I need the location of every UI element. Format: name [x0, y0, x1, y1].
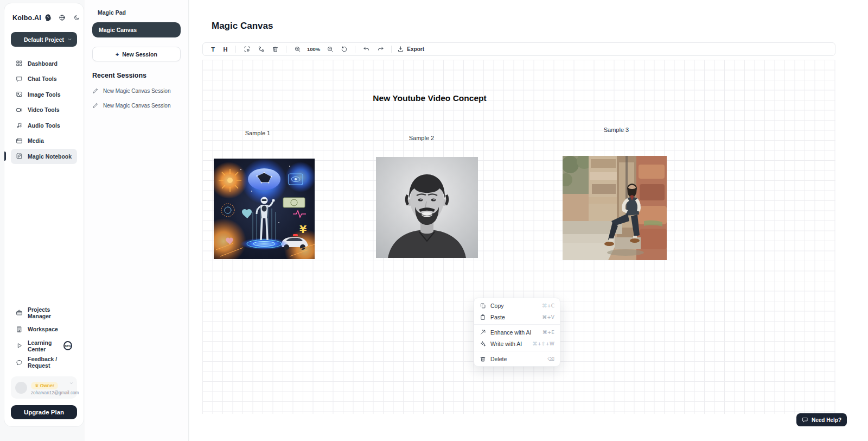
- toolbar-divider: [355, 46, 355, 53]
- reset-view-button[interactable]: [339, 44, 349, 55]
- menu-item-label: Paste: [490, 314, 505, 320]
- menu-shortcut: ⌘+V: [542, 314, 554, 320]
- sample-3-image-man-on-ruins[interactable]: [563, 156, 667, 260]
- recent-sessions-heading: Recent Sessions: [92, 72, 181, 79]
- main-area: Magic Canvas T H 100% Export New Youtube…: [189, 0, 868, 441]
- menu-item-label: Write with AI: [490, 341, 522, 347]
- panel-item-magic-pad[interactable]: Magic Pad: [92, 8, 181, 17]
- flow-connector-icon: [258, 46, 265, 53]
- sample-3-label[interactable]: Sample 3: [595, 127, 638, 133]
- sidebar-item-audio-tools[interactable]: Audio Tools: [11, 118, 77, 133]
- sidebar-item-label: Chat Tools: [28, 75, 56, 82]
- media-folder-icon: [16, 137, 23, 144]
- undo-button[interactable]: [361, 44, 372, 55]
- menu-divider: [474, 351, 560, 351]
- zoom-out-button[interactable]: [324, 44, 335, 55]
- owner-badge-label: Owner: [40, 383, 54, 388]
- session-item-label: New Magic Canvas Session: [103, 103, 171, 109]
- avatar: [15, 382, 27, 394]
- redo-button[interactable]: [375, 44, 386, 55]
- menu-item-label: Delete: [490, 356, 507, 362]
- new-session-button[interactable]: + New Session: [92, 47, 181, 61]
- menu-item-paste[interactable]: Paste ⌘+V: [474, 311, 560, 323]
- sidebar-item-label: Magic Notebook: [28, 153, 72, 160]
- export-button[interactable]: Export: [397, 46, 424, 53]
- menu-shortcut: ⌘+C: [542, 303, 554, 308]
- toolbar-divider: [391, 46, 392, 53]
- dark-mode-moon-icon[interactable]: [73, 14, 80, 21]
- trash-icon: [480, 356, 486, 362]
- play-icon: [16, 342, 23, 349]
- panel-item-magic-canvas[interactable]: Magic Canvas: [92, 22, 181, 37]
- need-help-button[interactable]: Need Help?: [796, 413, 847, 426]
- app-root: Kolbo.AI Default Project Dashboard Chat …: [0, 0, 868, 441]
- sample-1-image-ai-collage[interactable]: ¥: [214, 159, 315, 259]
- menu-item-copy[interactable]: Copy ⌘+C: [474, 300, 560, 311]
- menu-item-write-with-ai[interactable]: Write with AI ⌘+⇧+W: [474, 338, 560, 349]
- menu-shortcut: ⌘+⇧+W: [532, 341, 554, 346]
- briefcase-icon: [16, 309, 23, 316]
- sidebar-item-feedback-request[interactable]: Feedback / Request: [11, 355, 77, 370]
- chat-icon: [16, 75, 23, 83]
- menu-shortcut: ⌘+E: [542, 330, 554, 335]
- sample-1-label[interactable]: Sample 1: [236, 130, 279, 136]
- paste-clipboard-icon: [480, 314, 486, 320]
- sidebar-item-media[interactable]: Media: [11, 134, 77, 149]
- user-account-card[interactable]: ♛Owner zoharvan12@gmail.com: [11, 376, 77, 399]
- page-title: Magic Canvas: [212, 21, 273, 32]
- brand-row: Kolbo.AI: [11, 14, 77, 22]
- canvas-surface[interactable]: New Youtube Video Concept Sample 1 Sampl…: [202, 60, 835, 414]
- sidebar-item-label: Image Tools: [28, 91, 60, 98]
- sidebar-item-video-tools[interactable]: Video Tools: [11, 103, 77, 118]
- trash-icon: [272, 46, 279, 53]
- sample-2-label[interactable]: Sample 2: [400, 135, 443, 141]
- sidebar-item-magic-notebook[interactable]: Magic Notebook: [11, 149, 77, 164]
- select-tool-button[interactable]: [241, 44, 252, 55]
- sidebar-item-label: Video Tools: [28, 106, 60, 113]
- pencil-icon: [92, 102, 99, 109]
- building-icon: [16, 326, 23, 333]
- sidebar-item-dashboard[interactable]: Dashboard: [11, 56, 77, 71]
- select-cursor-icon: [244, 46, 251, 53]
- sidebar-item-chat-tools[interactable]: Chat Tools: [11, 72, 77, 87]
- sidebar-item-projects-manager[interactable]: Projects Manager: [11, 305, 77, 320]
- session-list-item[interactable]: New Magic Canvas Session: [92, 87, 181, 94]
- heading-tool-button[interactable]: H: [221, 46, 230, 53]
- text-tool-button[interactable]: T: [208, 46, 218, 53]
- sidebar-item-label: Feedback / Request: [28, 356, 72, 369]
- notebook-pen-icon: [16, 153, 23, 160]
- magic-wand-icon: [480, 329, 486, 336]
- zoom-in-button[interactable]: [292, 44, 303, 55]
- menu-item-enhance-with-ai[interactable]: Enhance with AI ⌘+E: [474, 326, 560, 338]
- menu-item-label: Enhance with AI: [490, 329, 531, 336]
- session-list-item[interactable]: New Magic Canvas Session: [92, 102, 181, 109]
- chat-help-icon: [802, 417, 808, 423]
- menu-item-delete[interactable]: Delete ⌫: [474, 353, 560, 364]
- canvas-heading-text[interactable]: New Youtube Video Concept: [336, 93, 523, 103]
- user-email: zoharvan12@gmail.com: [31, 390, 79, 395]
- sidebar-item-workspace[interactable]: Workspace: [11, 322, 77, 337]
- rotate-reset-icon: [341, 46, 348, 53]
- sidebar-item-label: Media: [28, 137, 44, 144]
- language-globe-icon[interactable]: [59, 14, 66, 21]
- music-note-icon: [16, 122, 23, 129]
- project-selector-label: Default Project: [24, 36, 64, 43]
- sample-2-image-bw-portrait[interactable]: [376, 157, 478, 258]
- brand-head-icon: [44, 14, 52, 22]
- svg-text:¥: ¥: [299, 223, 307, 235]
- chevron-down-icon: [67, 36, 73, 42]
- crown-icon: ♛: [35, 383, 39, 388]
- project-selector[interactable]: Default Project: [11, 32, 77, 47]
- speech-bubble-icon: [16, 359, 23, 366]
- new-session-label: New Session: [122, 51, 157, 58]
- context-menu: Copy ⌘+C Paste ⌘+V Enhance with AI ⌘+E W…: [474, 298, 560, 367]
- export-label: Export: [407, 46, 424, 52]
- upgrade-plan-button[interactable]: Upgrade Plan: [11, 405, 77, 419]
- menu-divider: [474, 324, 560, 325]
- brand-logo-text: Kolbo.AI: [12, 14, 41, 22]
- connector-tool-button[interactable]: [256, 44, 266, 55]
- toolbar-divider: [286, 46, 286, 53]
- sidebar-item-image-tools[interactable]: Image Tools: [11, 87, 77, 102]
- delete-tool-button[interactable]: [270, 44, 280, 55]
- sidebar-item-learning-center[interactable]: Learning Center 66%: [11, 338, 77, 354]
